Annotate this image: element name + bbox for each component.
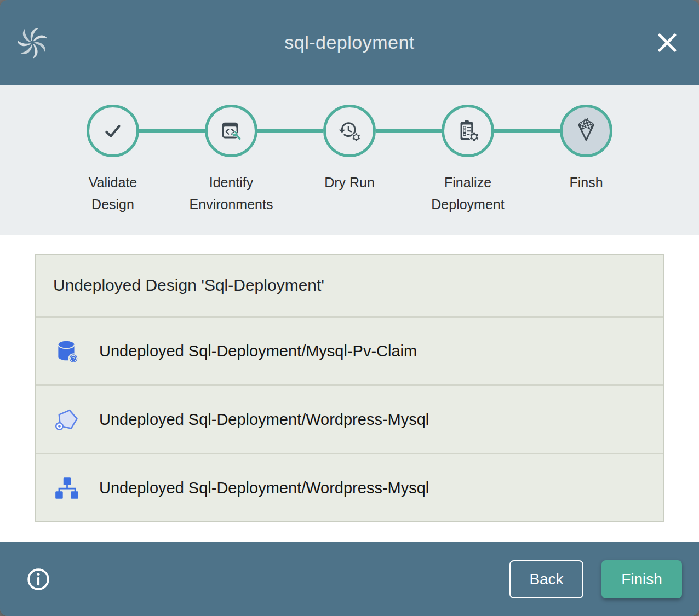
step-label: Validate Design — [66, 171, 159, 215]
dialog-title: sql-deployment — [56, 32, 643, 53]
database-question-icon: ? — [53, 337, 81, 365]
deployment-wizard-dialog: sql-deployment Validate Design — [0, 0, 699, 616]
checkered-flags-icon — [572, 117, 600, 145]
dialog-footer: Back Finish — [0, 542, 699, 616]
info-icon — [26, 567, 51, 592]
svg-text:?: ? — [72, 355, 75, 361]
app-logo — [18, 27, 56, 59]
checklist-gear-icon — [455, 118, 480, 143]
pentagon-resource-icon — [53, 406, 81, 433]
step-circle — [87, 105, 139, 157]
deployment-results-panel: Undeployed Design 'Sql-Deployment' ? Und… — [35, 254, 664, 522]
step-finalize-deployment[interactable]: Finalize Deployment — [409, 105, 527, 215]
close-icon — [655, 31, 679, 55]
step-finish[interactable]: Finsh — [527, 105, 645, 215]
result-row-label: Undeployed Sql-Deployment/Wordpress-Mysq… — [99, 411, 429, 429]
result-row[interactable]: Undeployed Sql-Deployment/Wordpress-Mysq… — [36, 384, 663, 453]
result-row[interactable]: Undeployed Sql-Deployment/Wordpress-Mysq… — [36, 453, 663, 521]
step-validate-design[interactable]: Validate Design — [54, 105, 172, 215]
check-icon — [100, 118, 125, 143]
step-label: Finsh — [569, 171, 603, 193]
result-row[interactable]: ? Undeployed Sql-Deployment/Mysql-Pv-Cla… — [36, 316, 663, 384]
step-circle — [323, 105, 376, 157]
code-configure-icon — [219, 118, 244, 143]
step-circle — [442, 105, 494, 157]
info-button[interactable] — [26, 567, 51, 592]
dialog-body: Undeployed Design 'Sql-Deployment' ? Und… — [0, 235, 699, 542]
back-button[interactable]: Back — [509, 560, 583, 598]
step-label: Dry Run — [324, 171, 375, 193]
result-row-label: Undeployed Sql-Deployment/Mysql-Pv-Claim — [99, 342, 417, 360]
result-row-label: Undeployed Sql-Deployment/Wordpress-Mysq… — [99, 479, 429, 497]
finish-button[interactable]: Finish — [601, 560, 682, 598]
panel-header: Undeployed Design 'Sql-Deployment' — [36, 255, 663, 316]
step-label: Finalize Deployment — [421, 171, 514, 215]
wizard-stepper: Validate Design Identify Environments — [0, 85, 699, 235]
step-circle — [205, 105, 257, 157]
step-label: Identify Environments — [185, 171, 278, 215]
dialog-header: sql-deployment — [0, 0, 699, 85]
close-button[interactable] — [653, 28, 681, 57]
hierarchy-icon — [53, 474, 81, 502]
step-identify-environments[interactable]: Identify Environments — [172, 105, 290, 215]
step-dry-run[interactable]: Dry Run — [290, 105, 409, 215]
history-gear-icon — [337, 118, 362, 143]
step-circle-active — [560, 105, 612, 157]
pinwheel-logo-icon — [18, 27, 47, 59]
